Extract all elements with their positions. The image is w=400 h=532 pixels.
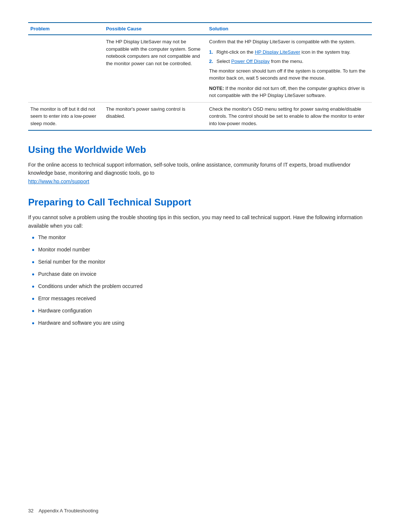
worldwide-web-section: Using the Worldwide Web For the online a… [28, 144, 372, 185]
table-cell-solution-1: Confirm that the HP Display LiteSaver is… [207, 35, 372, 102]
solution-para2: The monitor screen should turn off if th… [209, 67, 368, 82]
list-item-label: Hardware and software you are using [38, 319, 124, 327]
list-item: • Serial number for the monitor [32, 258, 372, 266]
worldwide-web-body: For the online access to technical suppo… [28, 161, 372, 185]
power-off-link[interactable]: Power Off Display [231, 58, 270, 64]
list-item: • Conditions under which the problem occ… [32, 282, 372, 290]
bullet-icon: • [32, 246, 34, 254]
solution-step-2: 2. Select Power Off Display from the men… [209, 58, 368, 65]
step-text-1: Right-click on the HP Display LiteSaver … [217, 48, 351, 56]
call-support-list: • The monitor • Monitor model number • S… [32, 234, 372, 327]
note-label: NOTE: [209, 86, 224, 91]
call-support-heading: Preparing to Call Technical Support [28, 197, 372, 208]
list-item: • The monitor [32, 234, 372, 241]
list-item: • Error messages received [32, 295, 372, 302]
list-item-label: The monitor [38, 234, 66, 241]
solution-steps: 1. Right-click on the HP Display LiteSav… [209, 48, 368, 65]
step-number-2: 2. [209, 58, 214, 65]
list-item: • Hardware and software you are using [32, 319, 372, 327]
list-item-label: Monitor model number [38, 246, 90, 254]
bullet-icon: • [32, 283, 34, 290]
list-item-label: Purchase date on invoice [38, 270, 96, 278]
bullet-icon: • [32, 319, 34, 327]
bullet-icon: • [32, 307, 34, 315]
list-item-label: Error messages received [38, 295, 96, 302]
table-row: The monitor is off but it did not seem t… [28, 102, 372, 130]
call-support-body: If you cannot solve a problem using the … [28, 213, 372, 230]
step-text-2: Select Power Off Display from the menu. [217, 58, 304, 65]
footer-text: Appendix A Troubleshooting [39, 508, 98, 513]
troubleshooting-table: Problem Possible Cause Solution The HP D… [28, 22, 372, 131]
list-item-label: Conditions under which the problem occur… [38, 282, 143, 290]
hp-support-link[interactable]: http://www.hp.com/support [28, 178, 89, 184]
bullet-icon: • [32, 258, 34, 266]
worldwide-web-heading: Using the Worldwide Web [28, 144, 372, 155]
table-cell-cause-1: The HP Display LiteSaver may not be comp… [104, 35, 207, 102]
list-item: • Monitor model number [32, 246, 372, 254]
page-number: 32 [28, 508, 33, 513]
bullet-icon: • [32, 271, 34, 278]
table-cell-problem-1 [28, 35, 104, 102]
page-footer: 32 Appendix A Troubleshooting [28, 508, 98, 513]
table-row: The HP Display LiteSaver may not be comp… [28, 35, 372, 102]
list-item-label: Serial number for the monitor [38, 258, 105, 266]
solution-note: NOTE: If the monitor did not turn off, t… [209, 85, 368, 99]
table-header-problem: Problem [28, 23, 104, 35]
note-text: If the monitor did not turn off, then th… [209, 86, 365, 98]
table-cell-cause-2: The monitor's power saving control is di… [104, 102, 207, 130]
bullet-icon: • [32, 234, 34, 241]
list-item: • Hardware configuration [32, 307, 372, 315]
table-header-cause: Possible Cause [104, 23, 207, 35]
table-cell-problem-2: The monitor is off but it did not seem t… [28, 102, 104, 130]
list-item-label: Hardware configuration [38, 307, 92, 315]
bullet-icon: • [32, 295, 34, 302]
solution-step-1: 1. Right-click on the HP Display LiteSav… [209, 48, 368, 56]
litesaver-link-1[interactable]: HP Display LiteSaver [255, 49, 300, 55]
table-header-solution: Solution [207, 23, 372, 35]
table-cell-solution-2: Check the monitor's OSD menu setting for… [207, 102, 372, 130]
call-support-section: Preparing to Call Technical Support If y… [28, 197, 372, 327]
solution-intro: Confirm that the HP Display LiteSaver is… [209, 38, 368, 46]
list-item: • Purchase date on invoice [32, 270, 372, 278]
step-number-1: 1. [209, 48, 214, 56]
